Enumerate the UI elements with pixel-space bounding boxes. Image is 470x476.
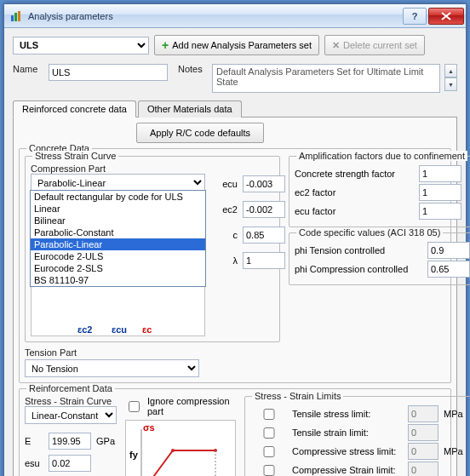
tensile-stress-label: Tensile stress limit:	[292, 409, 403, 419]
tensile-stress-field	[408, 405, 438, 422]
group-title: Stress - Strain Limits	[252, 391, 343, 401]
compression-curve-select[interactable]: Parabolic-Linear	[31, 174, 205, 192]
esu-label: esu	[25, 458, 43, 468]
ec2-factor-label: ec2 factor	[295, 187, 414, 198]
dropdown-option[interactable]: BS 81110-97	[31, 274, 205, 286]
compressive-stress-field	[408, 443, 438, 460]
reinf-curve-select[interactable]: Linear-Constant	[25, 406, 117, 424]
ecu-factor-label: ecu factor	[295, 206, 414, 216]
dialog-window: Analysis parameters ? ULS + Add new Anal…	[3, 3, 467, 476]
compressive-stress-checkbox[interactable]	[254, 446, 284, 457]
add-set-button[interactable]: + Add new Analysis Parameters set	[154, 35, 319, 55]
ec2-factor-field[interactable]	[419, 184, 461, 201]
ignore-compression-checkbox[interactable]	[129, 401, 140, 412]
reinf-curve-graph: σs fy Es εsu εs	[125, 420, 236, 476]
dropdown-option-selected[interactable]: Parabolic-Linear	[31, 238, 205, 250]
compressive-strain-label: Compressive Strain limit:	[292, 465, 403, 475]
tensile-strain-checkbox[interactable]	[254, 427, 284, 439]
esu-field[interactable]	[49, 455, 91, 472]
close-button[interactable]	[428, 8, 464, 25]
tension-curve-select[interactable]: No Tension	[25, 359, 199, 377]
group-title: Amplification factors due to confinement	[296, 151, 467, 161]
tab-other-materials[interactable]: Other Materials data	[138, 100, 242, 118]
tensile-stress-checkbox[interactable]	[254, 409, 284, 420]
compressive-strain-checkbox[interactable]	[254, 465, 284, 476]
window-title: Analysis parameters	[28, 11, 401, 21]
svg-rect-2	[18, 11, 20, 21]
compression-part-label: Compression Part	[31, 163, 274, 174]
phi-compression-label: phi Compression controlled	[295, 264, 422, 274]
app-icon	[9, 9, 23, 23]
concrete-strength-field[interactable]	[419, 165, 461, 182]
help-button[interactable]: ?	[403, 8, 427, 25]
tensile-strain-field	[408, 424, 438, 441]
code-values-group: Code specific values (ACI 318 05) phi Te…	[289, 232, 470, 285]
dropdown-option[interactable]: Eurocode 2-ULS	[31, 250, 205, 262]
c-field[interactable]	[243, 227, 285, 244]
reinforcement-data-group: Reinforcement Data Stress - Strain Curve…	[19, 388, 451, 476]
notes-scrollbar[interactable]: ▲ ▼	[444, 64, 457, 91]
stress-strain-group: Stress Strain Curve Compression Part Par…	[25, 156, 280, 342]
notes-field[interactable]: Default Analysis Parameters Set for Ulti…	[212, 64, 440, 93]
stress-strain-limits-group: Stress - Strain Limits Tensile stress li…	[244, 396, 470, 476]
group-title: Reinforcement Data	[26, 383, 115, 393]
phi-tension-label: phi Tension controlled	[295, 245, 422, 255]
amplification-group: Amplification factors due to confinement…	[289, 156, 470, 227]
dropdown-option[interactable]: Default rectangular by code for ULS	[31, 191, 205, 203]
reinf-curve-label: Stress - Strain Curve	[25, 396, 117, 406]
lambda-label: λ	[217, 255, 238, 266]
dropdown-option[interactable]: Eurocode 2-SLS	[31, 262, 205, 274]
ignore-compression-label: Ignore compression part	[147, 396, 236, 416]
dropdown-option[interactable]: Bilinear	[31, 215, 205, 227]
tab-reinforced-concrete[interactable]: Reinforced concrete data	[13, 100, 136, 118]
phi-compression-field[interactable]	[427, 261, 470, 278]
lambda-field[interactable]	[243, 252, 285, 269]
concrete-curve-graph: εc2 εcu εc	[31, 285, 205, 336]
close-icon	[441, 12, 451, 20]
delete-icon: ✕	[332, 40, 340, 51]
svg-rect-1	[14, 13, 17, 21]
plus-icon: +	[162, 38, 169, 52]
concrete-strength-label: Concrete strength factor	[295, 169, 414, 179]
name-field[interactable]	[49, 64, 168, 81]
ecu-factor-field[interactable]	[419, 203, 461, 220]
tensile-strain-label: Tensile strain limit:	[292, 427, 403, 438]
ecu-field[interactable]	[243, 175, 285, 192]
ec2-label: ec2	[217, 204, 238, 215]
apply-defaults-button[interactable]: Apply R/C code defaults	[136, 123, 264, 143]
phi-tension-field[interactable]	[427, 242, 470, 259]
compressive-strain-field	[408, 462, 438, 476]
titlebar: Analysis parameters ?	[4, 4, 466, 28]
group-title: Code specific values (ACI 318 05)	[296, 227, 443, 238]
compression-curve-dropdown[interactable]: Default rectangular by code for ULS Line…	[30, 190, 206, 287]
name-label: Name	[13, 64, 43, 74]
ecu-label: ecu	[217, 179, 238, 189]
tension-part-label: Tension Part	[25, 347, 280, 358]
ec2-field[interactable]	[243, 201, 285, 218]
e-label: E	[25, 436, 43, 446]
scroll-up-icon[interactable]: ▲	[444, 64, 457, 77]
e-field[interactable]	[49, 433, 91, 450]
parameters-set-select[interactable]: ULS	[13, 37, 149, 54]
dropdown-option[interactable]: Parabolic-Constant	[31, 227, 205, 238]
e-unit: GPa	[96, 436, 115, 446]
svg-point-5	[171, 449, 175, 452]
c-label: c	[217, 230, 238, 240]
svg-rect-0	[11, 15, 14, 21]
scroll-down-icon[interactable]: ▼	[444, 77, 457, 91]
dropdown-option[interactable]: Linear	[31, 203, 205, 215]
compressive-stress-label: Compressive stress limit:	[292, 446, 403, 456]
group-title: Stress Strain Curve	[32, 151, 118, 161]
delete-set-button[interactable]: ✕ Delete current set	[324, 35, 425, 55]
concrete-data-group: Concrete Data Stress Strain Curve Compre…	[19, 148, 451, 383]
notes-label: Notes	[178, 64, 207, 74]
